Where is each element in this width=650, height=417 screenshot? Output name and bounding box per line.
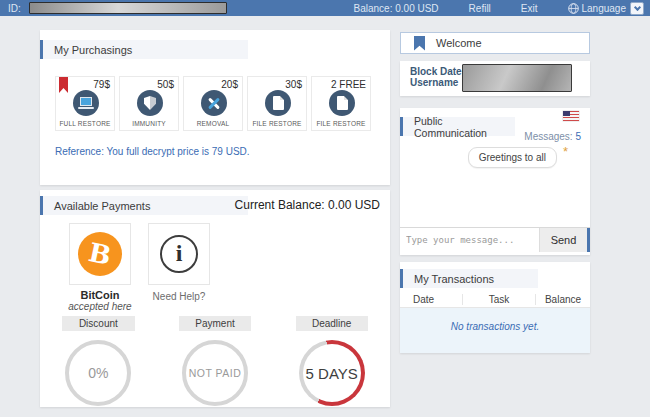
deadline-ring-inner: 5 DAYS (303, 344, 361, 402)
globe-icon (568, 3, 579, 14)
column-task: Task (462, 294, 535, 305)
discount-value: 0% (88, 365, 108, 381)
product-list: 79$ FULL RESTORE 50$ IMMUNITY 20$ REMOVA… (55, 76, 390, 131)
file-icon (329, 90, 355, 116)
accent-bar (40, 40, 43, 59)
empty-text: No transactions yet. (451, 321, 539, 332)
chat-bubble: Greetings to all (468, 147, 557, 168)
featured-bookmark-icon (59, 77, 68, 93)
refill-link[interactable]: Refill (469, 3, 491, 14)
product-price: 20$ (221, 79, 238, 90)
username-label: Username (410, 77, 458, 88)
public-communication-panel: Public Communication Messages: 5 Greetin… (400, 108, 590, 255)
bitcoin-payment-tile[interactable]: B (69, 223, 131, 285)
exit-link[interactable]: Exit (521, 3, 538, 14)
info-icon: i (160, 235, 198, 273)
deadline-gauge: Deadline 5 DAYS (273, 316, 390, 406)
discount-gauge: Discount 0% (40, 316, 157, 406)
my-transactions-header: My Transactions (400, 269, 590, 288)
language-select[interactable] (630, 2, 644, 15)
block-date-label: Block Date (410, 66, 462, 77)
bookmark-icon (414, 36, 425, 51)
payment-gauge: Payment NOT PAID (157, 316, 274, 406)
chat-message-row: Greetings to all * (468, 147, 568, 168)
product-label: FILE RESTORE (312, 120, 370, 127)
reference-note: Reference: You full decrypt price is 79 … (55, 146, 390, 157)
id-label: ID: (8, 3, 21, 14)
product-card-immunity[interactable]: 50$ IMMUNITY (119, 76, 179, 131)
bitcoin-caption: BitCoin accepted here (60, 289, 140, 312)
shield-icon (137, 90, 163, 116)
deadline-label: Deadline (296, 316, 368, 331)
product-card-full-restore[interactable]: 79$ FULL RESTORE (55, 76, 115, 131)
discount-ring: 0% (65, 340, 131, 406)
status-gauges: Discount 0% Payment NOT PAID Deadline 5 … (40, 316, 390, 406)
scrollbar[interactable] (587, 228, 590, 252)
laptop-icon (73, 90, 99, 116)
discount-label: Discount (62, 316, 134, 331)
product-price: 2 FREE (331, 79, 366, 90)
messages-label: Messages: (524, 131, 572, 142)
chevron-down-icon (633, 3, 640, 10)
user-id-redacted (29, 2, 227, 14)
product-card-removal[interactable]: 20$ REMOVAL (183, 76, 243, 131)
welcome-title: Welcome (436, 37, 482, 49)
send-button[interactable]: Send (539, 228, 587, 252)
product-label: FILE RESTORE (248, 120, 306, 127)
messages-number: 5 (575, 131, 581, 142)
product-card-file-restore-free[interactable]: 2 FREE FILE RESTORE (311, 76, 371, 131)
column-balance: Balance (535, 294, 590, 305)
welcome-banner: Welcome (400, 32, 590, 54)
my-transactions-panel: My Transactions Date Task Balance No tra… (400, 262, 590, 353)
deadline-value: 5 DAYS (306, 365, 358, 382)
payment-label: Payment (179, 316, 251, 331)
account-values-redacted (462, 64, 572, 92)
available-payments-header: Available Payments Current Balance: 0.00… (40, 196, 390, 215)
my-purchasings-panel: My Purchasings 79$ FULL RESTORE 50$ IMMU… (40, 30, 390, 185)
deadline-ring: 5 DAYS (299, 340, 365, 406)
column-date: Date (400, 294, 462, 305)
public-communication-title: Public Communication (403, 117, 515, 136)
bitcoin-name: BitCoin (60, 289, 140, 301)
need-help-tile[interactable]: i (148, 223, 210, 285)
product-card-file-restore[interactable]: 30$ FILE RESTORE (247, 76, 307, 131)
product-label: IMMUNITY (120, 120, 178, 127)
language-label: Language (582, 3, 627, 14)
accent-bar (400, 269, 403, 288)
bitcoin-subtitle: accepted here (60, 301, 140, 312)
message-input[interactable] (400, 228, 539, 252)
top-bar: ID: Balance: 0.00 USD Refill Exit Langua… (0, 0, 650, 16)
admin-star-icon: * (563, 147, 568, 157)
tools-icon (201, 90, 227, 116)
bitcoin-symbol: B (87, 239, 114, 269)
my-purchasings-title: My Purchasings (43, 40, 248, 59)
accent-bar (40, 196, 43, 215)
product-price: 79$ (93, 79, 110, 90)
product-label: REMOVAL (184, 120, 242, 127)
my-transactions-title: My Transactions (403, 269, 538, 288)
transactions-table-header: Date Task Balance (400, 292, 590, 308)
transactions-empty-state: No transactions yet. (400, 308, 590, 353)
accent-bar (400, 117, 403, 136)
my-purchasings-header: My Purchasings (40, 40, 390, 59)
current-balance-text: Current Balance: 0.00 USD (235, 198, 380, 212)
info-glyph: i (176, 241, 183, 265)
product-label: FULL RESTORE (56, 120, 114, 127)
available-payments-panel: Available Payments Current Balance: 0.00… (40, 190, 390, 407)
language-menu[interactable]: Language (568, 3, 627, 14)
product-price: 30$ (285, 79, 302, 90)
chat-input-row: Send (400, 227, 590, 252)
need-help-caption: Need Help? (139, 291, 219, 302)
payment-ring: NOT PAID (182, 340, 248, 406)
product-price: 50$ (157, 79, 174, 90)
account-info-box: Block Date Username (400, 61, 590, 96)
payment-value: NOT PAID (189, 367, 242, 379)
messages-count: Messages: 5 (524, 131, 581, 142)
available-payments-title: Available Payments (43, 196, 248, 215)
balance-text: Balance: 0.00 USD (354, 3, 439, 14)
bitcoin-icon: B (78, 232, 122, 276)
file-icon (265, 90, 291, 116)
